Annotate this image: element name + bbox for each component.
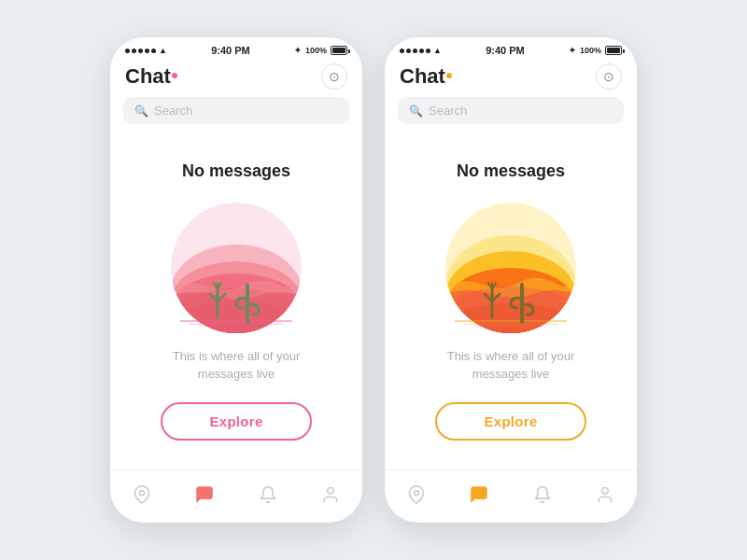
search-bar-orange[interactable]: 🔍 Search — [398, 97, 624, 124]
explore-button-orange[interactable]: Explore — [435, 402, 585, 441]
app-header-orange: Chat ⊙ — [385, 60, 637, 97]
bluetooth-icon: ✦ — [569, 46, 576, 55]
app-logo: Chat — [400, 64, 452, 89]
cactus-svg — [190, 275, 283, 327]
main-content-orange: No messages — [385, 132, 637, 469]
bottom-nav-pink — [110, 469, 362, 523]
logo-text: Chat — [125, 64, 171, 88]
compass-button[interactable]: ⊙ — [596, 63, 622, 90]
explore-button-pink[interactable]: Explore — [161, 402, 311, 441]
status-bar-orange: ▲ 9:40 PM ✦ 100% — [385, 37, 637, 60]
signal-dot — [426, 49, 430, 53]
nav-profile[interactable] — [316, 480, 345, 510]
no-messages-title: No messages — [457, 161, 565, 181]
app-header-pink: Chat ⊙ — [110, 60, 362, 97]
search-bar-pink[interactable]: 🔍 Search — [123, 97, 349, 124]
signal-dot — [145, 49, 149, 53]
signal-dot — [413, 49, 417, 53]
battery-fill — [607, 48, 620, 53]
wifi-icon: ▲ — [159, 46, 167, 55]
phone-pink: ▲ 9:40 PM ✦ 100% Chat ⊙ 🔍 Search No mess… — [110, 37, 362, 523]
subtitle-line2: messages live — [472, 367, 549, 381]
nav-location[interactable] — [127, 480, 157, 510]
battery-icon — [605, 46, 622, 55]
status-right: ✦ 100% — [294, 46, 347, 55]
signal-dots — [125, 49, 156, 53]
svg-point-34 — [414, 491, 418, 496]
battery-percent: 100% — [580, 46, 601, 55]
nav-chat[interactable] — [190, 480, 219, 510]
main-content-pink: No messages — [110, 132, 362, 469]
subtitle: This is where all of your messages live — [447, 347, 575, 384]
signal-dot — [125, 49, 130, 53]
no-messages-title: No messages — [182, 161, 290, 181]
desert-illustration-pink — [166, 198, 306, 338]
signal-dot — [400, 49, 404, 53]
logo-text: Chat — [400, 64, 445, 88]
signal-dot — [151, 49, 156, 53]
nav-location[interactable] — [402, 480, 431, 510]
search-icon: 🔍 — [409, 105, 423, 118]
signal-dot — [419, 49, 424, 53]
status-time: 9:40 PM — [211, 45, 250, 56]
bluetooth-icon: ✦ — [294, 46, 302, 55]
nav-profile[interactable] — [590, 480, 620, 510]
bottom-nav-orange — [385, 469, 637, 523]
status-left: ▲ — [125, 46, 167, 55]
signal-dots — [400, 49, 430, 53]
subtitle-line1: This is where all of your — [173, 349, 301, 363]
search-icon: 🔍 — [134, 105, 148, 118]
svg-point-35 — [602, 488, 609, 495]
svg-point-16 — [139, 491, 144, 496]
status-left: ▲ — [400, 46, 442, 55]
subtitle: This is where all of your messages live — [173, 347, 301, 384]
battery-icon — [331, 46, 347, 55]
search-placeholder: Search — [154, 104, 192, 118]
status-right: ✦ 100% — [569, 46, 622, 55]
status-time: 9:40 PM — [486, 45, 525, 56]
logo-dot — [446, 73, 452, 78]
svg-point-17 — [328, 488, 334, 495]
status-bar-pink: ▲ 9:40 PM ✦ 100% — [110, 37, 362, 60]
search-placeholder: Search — [429, 104, 467, 118]
compass-button[interactable]: ⊙ — [321, 63, 347, 90]
phone-orange: ▲ 9:40 PM ✦ 100% Chat ⊙ 🔍 Search No mess… — [385, 37, 637, 523]
nav-chat[interactable] — [464, 480, 494, 510]
nav-notification[interactable] — [253, 480, 283, 510]
battery-percent: 100% — [305, 46, 327, 55]
signal-dot — [406, 49, 411, 53]
battery-fill — [332, 48, 345, 53]
signal-dot — [132, 49, 136, 53]
nav-notification[interactable] — [528, 480, 557, 510]
subtitle-line2: messages live — [198, 367, 275, 381]
subtitle-line1: This is where all of your — [447, 349, 575, 363]
wifi-icon: ▲ — [433, 46, 442, 55]
app-logo: Chat — [125, 64, 177, 89]
signal-dot — [138, 49, 143, 53]
cactus-svg — [464, 275, 557, 327]
desert-illustration-orange — [441, 198, 581, 338]
logo-dot — [172, 73, 177, 78]
